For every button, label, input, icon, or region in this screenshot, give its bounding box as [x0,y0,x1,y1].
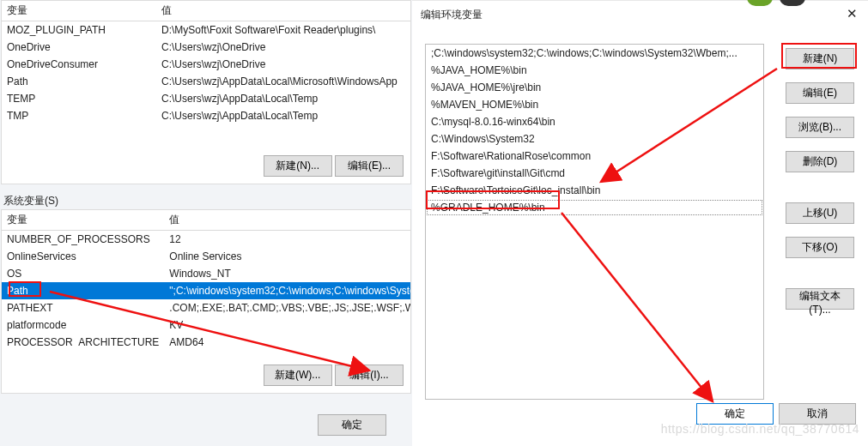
table-row[interactable]: OSWindows_NT [2,265,410,282]
table-row[interactable]: OnlineServicesOnline Services [2,248,410,265]
user-vars-table-box: 变量 值 MOZ_PLUGIN_PATHD:\MySoft\Foxit Soft… [1,0,411,184]
table-row[interactable]: PROCESSOR_ARCHITECTUREAMD64 [2,334,410,347]
env-vars-dialog: 变量 值 MOZ_PLUGIN_PATHD:\MySoft\Foxit Soft… [0,0,412,446]
table-row[interactable]: PATHEXT.COM;.EXE;.BAT;.CMD;.VBS;.VBE;.JS… [2,299,410,316]
user-vars-table[interactable]: 变量 值 MOZ_PLUGIN_PATHD:\MySoft\Foxit Soft… [2,1,410,124]
move-down-button[interactable]: 下移(O) [786,237,854,258]
browse-entry-button[interactable]: 浏览(B)... [786,117,854,138]
system-vars-buttons: 新建(W)... 编辑(I)... [264,365,404,386]
edit-user-var-button[interactable]: 编辑(E)... [335,155,404,177]
table-row[interactable]: TEMPC:\Users\wzj\AppData\Local\Temp [2,90,410,107]
table-row[interactable]: OneDriveConsumerC:\Users\wzj\OneDrive [2,56,410,73]
system-vars-table-box: 变量 值 NUMBER_OF_PROCESSORS12 OnlineServic… [1,209,411,394]
edit-path-dialog: 编辑环境变量 ✕ ;C:\windows\system32;C:\windows… [412,0,868,446]
user-vars-buttons: 新建(N)... 编辑(E)... [264,155,404,177]
col-header-val[interactable]: 值 [164,210,410,231]
edit-system-var-button[interactable]: 编辑(I)... [335,365,404,386]
col-header-var[interactable]: 变量 [2,210,164,231]
edit-entry-button[interactable]: 编辑(E) [786,82,854,104]
col-header-val[interactable]: 值 [156,1,410,21]
list-item[interactable]: C:\mysql-8.0.16-winx64\bin [426,113,763,130]
list-item[interactable]: %JAVA_HOME%\jre\bin [426,79,763,96]
table-row[interactable]: NUMBER_OF_PROCESSORS12 [2,231,410,249]
table-row[interactable]: OneDriveC:\Users\wzj\OneDrive [2,39,410,56]
list-item[interactable]: F:\Software\RationalRose\common [426,148,763,165]
list-item[interactable]: F:\Software\TortoiseGit\loc_install\bin [426,182,763,199]
list-item[interactable]: C:\Windows\System32 [426,130,763,148]
delete-entry-button[interactable]: 删除(D) [786,151,854,172]
path-ok-button[interactable]: 确定 [696,403,774,425]
env-ok-button[interactable]: 确定 [318,414,386,436]
system-vars-table[interactable]: 变量 值 NUMBER_OF_PROCESSORS12 OnlineServic… [2,210,410,347]
table-row-selected[interactable]: Path";C:\windows\system32;C:\windows;C:\… [2,282,410,299]
path-entries-list[interactable]: ;C:\windows\system32;C:\windows;C:\windo… [425,44,764,400]
move-up-button[interactable]: 上移(U) [786,202,854,224]
col-header-var[interactable]: 变量 [2,1,156,21]
path-cancel-button[interactable]: 取消 [779,403,856,425]
list-item[interactable]: %JAVA_HOME%\bin [426,62,763,79]
new-user-var-button[interactable]: 新建(N)... [264,155,332,177]
dialog-title: 编辑环境变量 [421,8,483,22]
list-item[interactable]: F:\Software\git\install\Git\cmd [426,165,763,182]
decor-icon [744,0,821,13]
new-system-var-button[interactable]: 新建(W)... [264,365,332,386]
table-row[interactable]: MOZ_PLUGIN_PATHD:\MySoft\Foxit Software\… [2,21,410,39]
table-row[interactable]: PathC:\Users\wzj\AppData\Local\Microsoft… [2,73,410,90]
list-item[interactable]: ;C:\windows\system32;C:\windows;C:\windo… [426,45,763,62]
table-row[interactable]: TMPC:\Users\wzj\AppData\Local\Temp [2,107,410,124]
list-item-selected[interactable]: %GRADLE_HOME%\bin [426,199,763,216]
system-vars-tablewrap: 变量 值 NUMBER_OF_PROCESSORS12 OnlineServic… [2,210,410,347]
system-vars-label: 系统变量(S) [3,194,58,208]
close-icon[interactable]: ✕ [847,6,858,21]
edit-text-button[interactable]: 编辑文本(T)... [786,288,854,310]
env-dialog-ok-row: 确定 [318,414,386,436]
user-vars-tablewrap: 变量 值 MOZ_PLUGIN_PATHD:\MySoft\Foxit Soft… [2,1,410,138]
table-row[interactable]: platformcodeKV [2,316,410,334]
list-item[interactable]: %MAVEN_HOME%\bin [426,96,763,113]
new-entry-button[interactable]: 新建(N) [786,48,854,69]
